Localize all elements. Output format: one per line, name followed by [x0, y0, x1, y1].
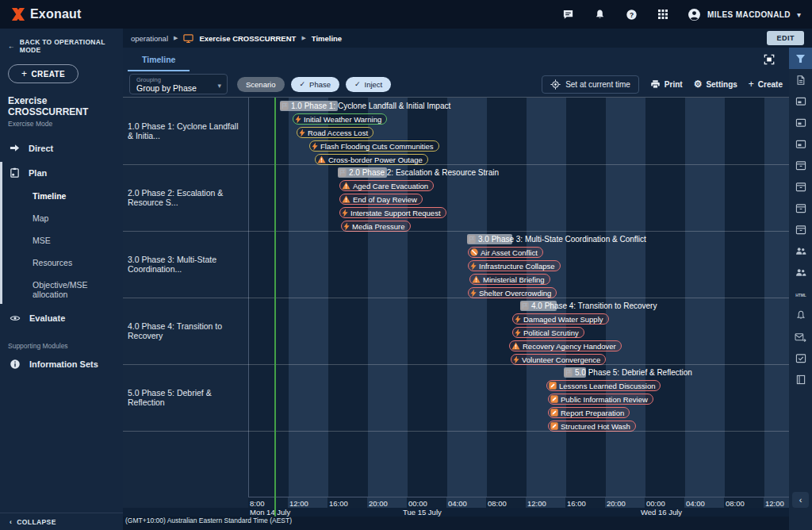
current-time-line	[274, 98, 276, 517]
inject-pill[interactable]: Initial Weather Warning	[293, 113, 387, 125]
edit-button[interactable]: EDIT	[767, 31, 804, 45]
chip-phase[interactable]: ✓ Phase	[291, 77, 339, 92]
timezone-note: (GMT+10:00) Australian Eastern Standard …	[125, 517, 292, 524]
phase-bar[interactable]: 5.0 Phase 5: Debrief & Reflection	[564, 367, 692, 378]
chip-inject[interactable]: ✓ Inject	[346, 77, 391, 92]
axis-tick-label: 16:00	[567, 499, 586, 508]
phase-bar[interactable]: 2.0 Phase 2: Escalation & Resource Strai…	[338, 167, 499, 178]
rail-item-archive[interactable]	[789, 219, 812, 240]
notifications-bell-icon[interactable]	[592, 7, 607, 21]
axis-date-label: Tue 15 July	[403, 508, 442, 517]
inject-pill[interactable]: Damaged Water Supply	[512, 313, 609, 325]
sidebar-item-mse[interactable]: MSE	[0, 229, 123, 252]
sidebar-collapse[interactable]: ‹ COLLAPSE	[0, 513, 123, 530]
sidebar-nav: Direct Plan Timeline Map MSE Resources O…	[0, 136, 123, 377]
inject-pill[interactable]: Public Information Review	[548, 394, 653, 405]
svg-text:?: ?	[630, 10, 634, 18]
chat-icon[interactable]	[561, 7, 575, 21]
phase-bar[interactable]: 3.0 Phase 3: Multi-State Coordination & …	[467, 234, 646, 244]
right-icon-rail: HTML‹	[789, 48, 812, 530]
inject-pill[interactable]: Infrastructure Collapse	[468, 260, 561, 271]
inject-pill[interactable]: Aged Care Evacuation	[339, 180, 434, 191]
inject-pill[interactable]: Lessons Learned Discussion	[546, 380, 661, 391]
rail-item-card[interactable]	[789, 112, 812, 133]
rail-item-group[interactable]	[789, 240, 812, 262]
sidebar-create-button[interactable]: + CREATE	[8, 64, 79, 83]
inject-pill[interactable]: Recovery Agency Handover	[509, 340, 622, 351]
phase-bar[interactable]: 1.0 Phase 1: Cyclone Landfall & Initial …	[280, 101, 450, 111]
rail-collapse-button[interactable]: ‹	[792, 492, 809, 508]
axis-tick-label: 12:00	[527, 499, 546, 508]
user-caret-icon: ▾	[797, 10, 801, 19]
note-icon	[549, 382, 557, 390]
card-icon	[795, 117, 806, 128]
settings-button[interactable]: ⚙ Settings	[694, 79, 737, 89]
breadcrumb-exercise[interactable]: Exercise CROSSCURRENT	[199, 34, 296, 43]
breadcrumb-operational[interactable]: operational	[131, 34, 168, 43]
exonaut-logo[interactable]: Exonaut	[11, 7, 82, 21]
sidebar-item-timeline[interactable]: Timeline	[0, 185, 123, 207]
rail-item-archive[interactable]	[789, 155, 812, 176]
sidebar-item-plan[interactable]: Plan	[0, 160, 123, 185]
axis-tick-label: 08:00	[726, 499, 745, 508]
sidebar-item-objective-mse-allocation[interactable]: Objective/MSE allocation	[0, 274, 123, 305]
apps-grid-icon[interactable]	[656, 7, 670, 21]
create-button[interactable]: + Create	[749, 79, 783, 89]
mail-forward-icon	[795, 332, 806, 342]
rail-item-mail-forward[interactable]	[789, 326, 812, 348]
rail-item-card[interactable]	[789, 133, 812, 155]
time-axis-dates: Mon 14 JulyTue 15 JulyWed 16 July	[123, 508, 789, 517]
fullscreen-icon[interactable]	[764, 54, 775, 65]
user-name: MILES MACDONALD	[707, 10, 791, 19]
sidebar-item-resources[interactable]: Resources	[0, 252, 123, 274]
sidebar-item-direct[interactable]: Direct	[0, 136, 123, 160]
sidebar-item-map[interactable]: Map	[0, 207, 123, 229]
inject-pill[interactable]: Shelter Overcrowding	[468, 287, 557, 298]
supporting-modules-header: Supporting Modules	[8, 342, 115, 350]
rail-item-card[interactable]	[789, 90, 812, 112]
print-button[interactable]: Print	[650, 79, 683, 90]
inject-pill[interactable]: Media Pressure	[341, 221, 411, 232]
inject-pill[interactable]: Air Asset Conflict	[468, 247, 543, 258]
tab-timeline[interactable]: Timeline	[128, 48, 190, 71]
inject-pill[interactable]: Political Scrutiny	[512, 327, 584, 338]
rail-item-archive[interactable]	[789, 198, 812, 219]
grouping-select[interactable]: Grouping Group by Phase ▾	[129, 74, 228, 94]
sidebar-plan-group: Plan Timeline Map MSE Resources Objectiv…	[0, 160, 123, 305]
rail-item-task-check[interactable]	[789, 348, 812, 369]
phase-bar[interactable]: 4.0 Phase 4: Transition to Recovery	[520, 301, 657, 311]
inject-pill[interactable]: Volunteer Convergence	[511, 354, 606, 365]
help-icon[interactable]: ?	[624, 7, 638, 21]
inject-pill[interactable]: Interstate Support Request	[339, 207, 446, 218]
axis-tick-label: 12:00	[289, 499, 308, 508]
dropdown-caret-icon: ▾	[217, 82, 221, 90]
chip-scenario[interactable]: Scenario	[237, 77, 285, 92]
timeline-toolbar: Grouping Group by Phase ▾ Scenario ✓ Pha…	[123, 71, 789, 97]
inject-pill[interactable]: Structured Hot Wash	[548, 421, 636, 432]
card-icon	[795, 96, 806, 106]
inject-pill[interactable]: Ministerial Briefing	[469, 274, 550, 285]
inject-pill[interactable]: Report Preparation	[548, 407, 630, 418]
inject-pill[interactable]: End of Day Review	[339, 194, 423, 205]
user-menu[interactable]: MILES MACDONALD ▾	[688, 8, 801, 21]
inject-pill[interactable]: Flash Flooding Cuts Communities	[309, 140, 439, 152]
phase-label: 5.0 Phase 5: Debrief & Reflection	[575, 368, 692, 377]
axis-date-label: Wed 16 July	[641, 508, 682, 517]
back-to-operational-mode[interactable]: ← BACK TO OPERATIONAL MODE	[0, 29, 123, 54]
set-at-current-time-button[interactable]: Set at current time	[542, 75, 639, 94]
inject-label: Damaged Water Supply	[523, 315, 603, 324]
rail-item-document[interactable]	[789, 69, 812, 90]
sidebar-item-evaluate[interactable]: Evaluate	[0, 305, 123, 331]
rail-item-html[interactable]: HTML	[789, 283, 812, 305]
rail-item-filter[interactable]	[789, 48, 812, 69]
rail-item-book[interactable]	[789, 369, 812, 390]
clipboard-icon	[10, 167, 20, 178]
rail-item-archive[interactable]	[789, 176, 812, 198]
sidebar-item-information-sets[interactable]: Information Sets	[0, 351, 123, 377]
rail-item-group[interactable]	[789, 262, 812, 283]
inject-pill[interactable]: Cross-border Power Outage	[315, 154, 428, 165]
row-separator	[123, 164, 789, 165]
rail-item-bell-outline[interactable]	[789, 305, 812, 326]
filter-chips: Scenario ✓ Phase ✓ Inject	[237, 77, 391, 92]
inject-pill[interactable]: Road Access Lost	[297, 127, 373, 138]
